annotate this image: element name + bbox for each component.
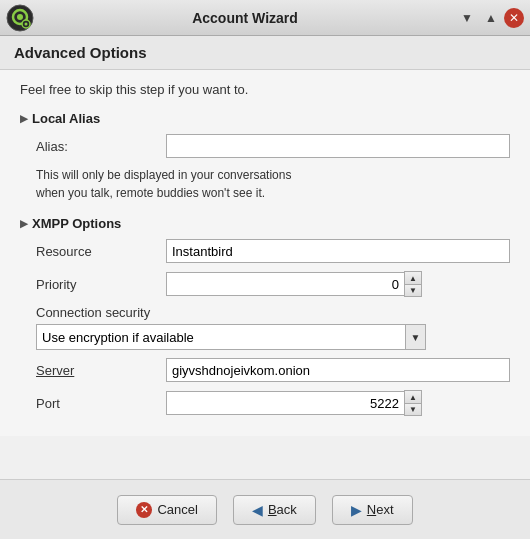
intro-text: Feel free to skip this step if you want … bbox=[20, 82, 510, 97]
titlebar-controls: ▼ ▲ ✕ bbox=[456, 7, 524, 29]
connection-security-row: Connection security Use encryption if av… bbox=[20, 305, 510, 350]
alias-row: Alias: bbox=[20, 134, 510, 158]
server-row: Server bbox=[20, 358, 510, 382]
priority-spinner-buttons: ▲ ▼ bbox=[404, 271, 422, 297]
content-area: Feel free to skip this step if you want … bbox=[0, 70, 530, 436]
xmpp-section-header: ▶ XMPP Options bbox=[20, 216, 510, 231]
back-icon: ◀ bbox=[252, 502, 263, 518]
priority-input[interactable] bbox=[166, 272, 404, 296]
cancel-label: Cancel bbox=[157, 502, 197, 517]
xmpp-section-label: XMPP Options bbox=[32, 216, 121, 231]
xmpp-arrow-icon: ▶ bbox=[20, 218, 28, 229]
local-alias-arrow-icon: ▶ bbox=[20, 113, 28, 124]
priority-down-button[interactable]: ▼ bbox=[405, 284, 421, 296]
titlebar: Account Wizard ▼ ▲ ✕ bbox=[0, 0, 530, 36]
server-label: Server bbox=[36, 363, 166, 378]
alias-input[interactable] bbox=[166, 134, 510, 158]
back-label: Back bbox=[268, 502, 297, 517]
port-spinner: ▲ ▼ bbox=[166, 390, 422, 416]
local-alias-section-label: Local Alias bbox=[32, 111, 100, 126]
alias-hint-text: This will only be displayed in your conv… bbox=[20, 166, 510, 202]
svg-point-4 bbox=[25, 22, 28, 25]
server-input[interactable] bbox=[166, 358, 510, 382]
next-label: Next bbox=[367, 502, 394, 517]
app-logo-icon bbox=[6, 4, 34, 32]
connection-security-select[interactable]: Use encryption if availableForce old-sty… bbox=[36, 324, 406, 350]
port-label: Port bbox=[36, 396, 166, 411]
priority-up-button[interactable]: ▲ bbox=[405, 272, 421, 284]
connection-security-label: Connection security bbox=[36, 305, 510, 320]
priority-row: Priority ▲ ▼ bbox=[20, 271, 510, 297]
port-up-button[interactable]: ▲ bbox=[405, 391, 421, 403]
connection-security-dropdown-icon[interactable]: ▼ bbox=[406, 324, 426, 350]
next-icon: ▶ bbox=[351, 502, 362, 518]
resource-label: Resource bbox=[36, 244, 166, 259]
maximize-button[interactable]: ▲ bbox=[480, 7, 502, 29]
next-button[interactable]: ▶ Next bbox=[332, 495, 413, 525]
port-down-button[interactable]: ▼ bbox=[405, 403, 421, 415]
back-button[interactable]: ◀ Back bbox=[233, 495, 316, 525]
page-title: Advanced Options bbox=[14, 44, 516, 61]
priority-spinner: ▲ ▼ bbox=[166, 271, 422, 297]
resource-row: Resource bbox=[20, 239, 510, 263]
priority-label: Priority bbox=[36, 277, 166, 292]
footer: ✕ Cancel ◀ Back ▶ Next bbox=[0, 479, 530, 539]
port-input[interactable] bbox=[166, 391, 404, 415]
cancel-button[interactable]: ✕ Cancel bbox=[117, 495, 216, 525]
window-title: Account Wizard bbox=[34, 10, 456, 26]
port-spinner-buttons: ▲ ▼ bbox=[404, 390, 422, 416]
svg-point-2 bbox=[17, 14, 23, 20]
port-row: Port ▲ ▼ bbox=[20, 390, 510, 416]
resource-input[interactable] bbox=[166, 239, 510, 263]
close-button[interactable]: ✕ bbox=[504, 8, 524, 28]
minimize-button[interactable]: ▼ bbox=[456, 7, 478, 29]
alias-label: Alias: bbox=[36, 139, 166, 154]
connection-security-select-wrapper: Use encryption if availableForce old-sty… bbox=[36, 324, 510, 350]
cancel-icon: ✕ bbox=[136, 502, 152, 518]
page-header: Advanced Options bbox=[0, 36, 530, 70]
local-alias-section-header: ▶ Local Alias bbox=[20, 111, 510, 126]
